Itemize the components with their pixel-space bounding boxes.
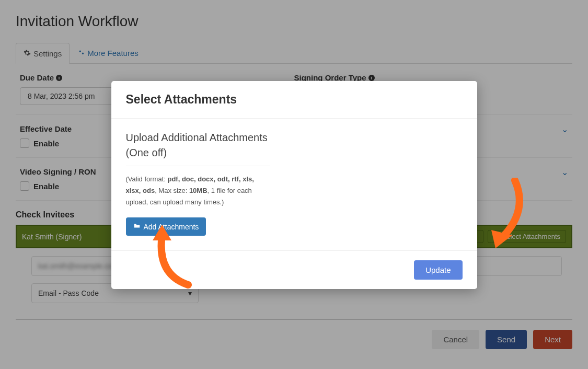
modal-overlay: Select Attachments Upload Additional Att… bbox=[0, 0, 588, 369]
upload-attachments-heading: Upload Additional Attachments (One off) bbox=[126, 130, 270, 166]
select-attachments-modal: Select Attachments Upload Additional Att… bbox=[111, 81, 477, 289]
upload-hint: (Valid format: pdf, doc, docx, odt, rtf,… bbox=[126, 174, 270, 208]
folder-open-icon bbox=[133, 222, 141, 231]
add-attachments-button[interactable]: Add Attachments bbox=[126, 217, 206, 236]
update-button[interactable]: Update bbox=[414, 260, 462, 280]
modal-title: Select Attachments bbox=[126, 93, 463, 107]
